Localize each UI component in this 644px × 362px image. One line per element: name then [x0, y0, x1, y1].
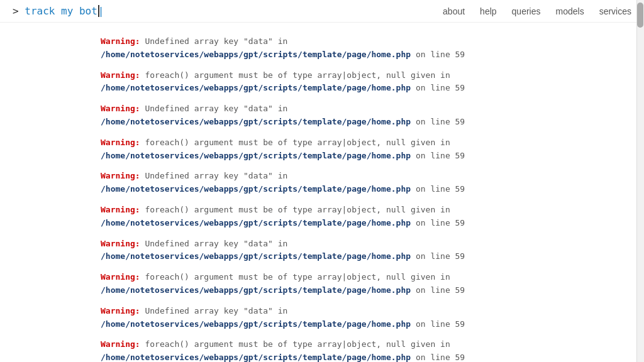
warning-line-number: 59 — [455, 218, 465, 228]
warning-line-2: /home/notetoservices/webapps/gpt/scripts… — [101, 183, 579, 196]
warning-line-1: Warning: Undefined array key "data" in — [101, 305, 579, 318]
warning-block: Warning: Undefined array key "data" in/h… — [101, 35, 579, 62]
warning-path: /home/notetoservices/webapps/gpt/scripts… — [101, 218, 411, 228]
warning-line-2: /home/notetoservices/webapps/gpt/scripts… — [101, 82, 579, 95]
warning-message: Undefined array key "data" in — [140, 306, 288, 315]
warning-label: Warning: — [101, 70, 140, 80]
warning-line-2: /home/notetoservices/webapps/gpt/scripts… — [101, 116, 579, 129]
warning-label: Warning: — [101, 272, 140, 282]
warning-line-number: 59 — [455, 353, 465, 362]
warning-line-number: 59 — [455, 50, 465, 59]
warning-path: /home/notetoservices/webapps/gpt/scripts… — [101, 117, 411, 126]
warning-block: Warning: Undefined array key "data" in/h… — [101, 170, 579, 196]
warning-message: foreach() argument must be of type array… — [140, 138, 450, 147]
warning-line-2: /home/notetoservices/webapps/gpt/scripts… — [101, 318, 579, 331]
warning-line-number: 59 — [455, 319, 465, 329]
warning-line-1: Warning: Undefined array key "data" in — [101, 238, 579, 251]
warning-on: on line — [411, 184, 455, 194]
warning-message: foreach() argument must be of type array… — [140, 339, 450, 349]
warning-label: Warning: — [101, 171, 140, 180]
warning-line-1: Warning: Undefined array key "data" in — [101, 35, 579, 48]
nav-queries[interactable]: queries — [512, 6, 541, 16]
warning-message: Undefined array key "data" in — [140, 171, 288, 180]
warning-label: Warning: — [101, 306, 140, 315]
warning-path: /home/notetoservices/webapps/gpt/scripts… — [101, 151, 411, 160]
warning-block: Warning: Undefined array key "data" in/h… — [101, 102, 579, 129]
prompt-symbol: > — [13, 5, 25, 17]
warning-line-2: /home/notetoservices/webapps/gpt/scripts… — [101, 250, 579, 263]
warning-label: Warning: — [101, 36, 140, 46]
warning-line-1: Warning: foreach() argument must be of t… — [101, 69, 579, 82]
warning-path: /home/notetoservices/webapps/gpt/scripts… — [101, 319, 411, 329]
warning-block: Warning: foreach() argument must be of t… — [101, 69, 579, 96]
warning-message: Undefined array key "data" in — [140, 239, 288, 248]
warning-message: foreach() argument must be of type array… — [140, 205, 450, 214]
warning-block: Warning: foreach() argument must be of t… — [101, 271, 579, 297]
warning-block: Warning: foreach() argument must be of t… — [101, 204, 579, 230]
nav-models[interactable]: models — [556, 6, 584, 16]
warning-on: on line — [411, 218, 455, 228]
warning-line-1: Warning: foreach() argument must be of t… — [101, 136, 579, 150]
warning-line-number: 59 — [455, 184, 465, 194]
warning-block: Warning: Undefined array key "data" in/h… — [101, 305, 579, 331]
site-header: > track my bot| about help queries model… — [0, 0, 644, 23]
warning-on: on line — [411, 151, 455, 160]
warning-path: /home/notetoservices/webapps/gpt/scripts… — [101, 285, 411, 295]
warning-message: foreach() argument must be of type array… — [140, 272, 450, 282]
warning-line-number: 59 — [455, 117, 465, 126]
warning-on: on line — [411, 50, 455, 59]
warning-on: on line — [411, 353, 455, 362]
warning-on: on line — [411, 319, 455, 329]
warning-block: Warning: foreach() argument must be of t… — [101, 136, 579, 163]
warning-path: /home/notetoservices/webapps/gpt/scripts… — [101, 184, 411, 194]
warning-path: /home/notetoservices/webapps/gpt/scripts… — [101, 50, 411, 59]
warning-line-number: 59 — [455, 83, 465, 92]
warning-block: Warning: foreach() argument must be of t… — [101, 338, 579, 362]
main-content: Warning: Undefined array key "data" in/h… — [0, 23, 616, 362]
warning-path: /home/notetoservices/webapps/gpt/scripts… — [101, 83, 411, 92]
warning-line-1: Warning: Undefined array key "data" in — [101, 170, 579, 183]
warning-label: Warning: — [101, 239, 140, 248]
warning-line-number: 59 — [455, 251, 465, 261]
warning-message: Undefined array key "data" in — [140, 104, 288, 113]
warning-line-2: /home/notetoservices/webapps/gpt/scripts… — [101, 48, 579, 62]
warning-label: Warning: — [101, 138, 140, 147]
warning-line-1: Warning: foreach() argument must be of t… — [101, 271, 579, 284]
warning-on: on line — [411, 285, 455, 295]
warning-on: on line — [411, 117, 455, 126]
warning-line-1: Warning: Undefined array key "data" in — [101, 102, 579, 116]
nav-help[interactable]: help — [480, 6, 496, 16]
warning-line-1: Warning: foreach() argument must be of t… — [101, 338, 579, 351]
warning-line-2: /home/notetoservices/webapps/gpt/scripts… — [101, 351, 579, 362]
warning-line-number: 59 — [455, 151, 465, 160]
nav-services[interactable]: services — [599, 6, 631, 16]
warning-block: Warning: Undefined array key "data" in/h… — [101, 238, 579, 264]
warning-message: foreach() argument must be of type array… — [140, 70, 450, 80]
warning-line-2: /home/notetoservices/webapps/gpt/scripts… — [101, 150, 579, 163]
warning-on: on line — [411, 251, 455, 261]
main-nav: about help queries models services — [443, 6, 631, 16]
scrollbar-track[interactable] — [636, 0, 644, 362]
warning-label: Warning: — [101, 339, 140, 349]
cursor-blink: | — [98, 5, 99, 17]
warning-label: Warning: — [101, 205, 140, 214]
warning-line-2: /home/notetoservices/webapps/gpt/scripts… — [101, 284, 579, 297]
warning-message: Undefined array key "data" in — [140, 36, 288, 46]
brand-text: track my bot — [25, 5, 97, 17]
warning-on: on line — [411, 83, 455, 92]
warning-label: Warning: — [101, 104, 140, 113]
warning-path: /home/notetoservices/webapps/gpt/scripts… — [101, 251, 411, 261]
warning-path: /home/notetoservices/webapps/gpt/scripts… — [101, 353, 411, 362]
nav-about[interactable]: about — [443, 6, 465, 16]
warning-line-1: Warning: foreach() argument must be of t… — [101, 204, 579, 217]
warning-line-number: 59 — [455, 285, 465, 295]
warning-line-2: /home/notetoservices/webapps/gpt/scripts… — [101, 217, 579, 230]
scrollbar-thumb[interactable] — [637, 3, 643, 28]
brand[interactable]: > track my bot| — [13, 5, 99, 17]
